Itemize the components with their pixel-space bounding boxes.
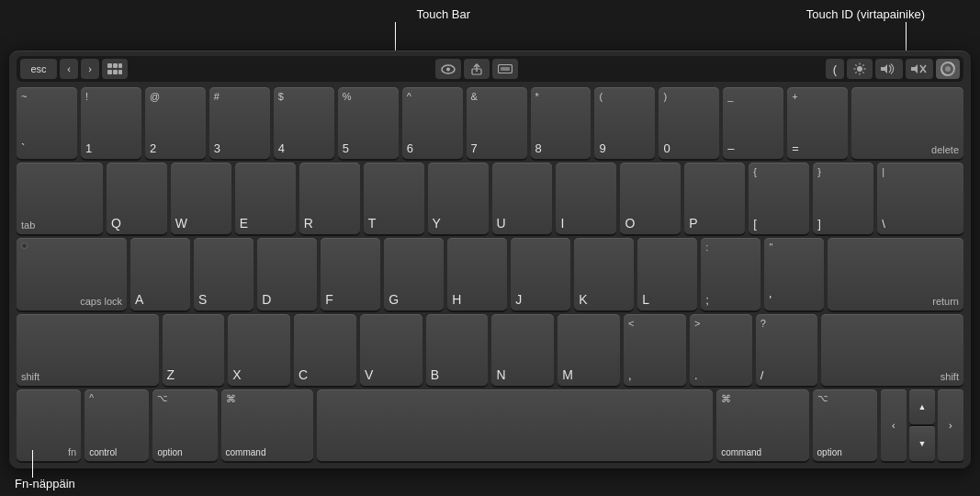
arrow-updown: ▲ ▼ [909,389,935,461]
svg-rect-3 [107,70,112,74]
key-t[interactable]: T [364,163,424,234]
tb-spacer2 [521,59,823,79]
tb-overlay[interactable] [492,59,518,79]
svg-marker-21 [881,64,887,73]
key-l[interactable]: L [637,238,697,310]
keyboard: esc ‹ › [9,51,971,468]
key-c[interactable]: C [294,314,356,386]
key-fn[interactable]: fn [17,389,81,461]
tb-brightness[interactable] [847,59,873,79]
key-y[interactable]: Y [428,163,489,234]
number-row: ~` !1 @2 #3 $4 %5 ^6 &7 *8 (9 )0 [17,87,963,159]
key-k[interactable]: K [574,238,634,310]
touch-bar: esc ‹ › [17,56,963,82]
key-j[interactable]: J [511,238,570,310]
key-rbracket[interactable]: }] [813,163,873,234]
tb-esc[interactable]: esc [20,59,57,79]
key-d[interactable]: D [257,238,317,310]
key-semicolon[interactable]: :; [701,238,760,310]
key-q[interactable]: Q [107,163,167,234]
key-command-right[interactable]: ⌘ command [716,389,808,461]
key-b[interactable]: B [426,314,489,386]
key-3[interactable]: #3 [209,87,270,159]
svg-line-19 [862,64,863,65]
key-1[interactable]: !1 [81,87,141,159]
key-arrow-right[interactable]: › [938,389,963,461]
key-m[interactable]: M [558,314,620,386]
asdf-row: caps lock A S D F G H J K L :; "' return [17,238,963,310]
key-control[interactable]: ^ control [84,389,149,461]
key-w[interactable]: W [171,163,231,234]
svg-rect-5 [118,70,122,74]
key-5[interactable]: %5 [338,87,399,159]
touchid-annotation: Touch ID (virtapainike) [806,7,925,21]
svg-line-18 [862,72,863,73]
svg-rect-2 [118,63,122,68]
key-u[interactable]: U [492,163,553,234]
key-r[interactable]: R [299,163,360,234]
key-backslash[interactable]: |\ [877,163,963,234]
key-space[interactable] [317,389,713,461]
tb-mission-control[interactable] [102,59,128,79]
key-2[interactable]: @2 [145,87,206,159]
key-shift-right[interactable]: shift [821,314,963,386]
key-minus[interactable]: _– [723,87,783,159]
key-comma[interactable]: <, [624,314,686,386]
key-n[interactable]: N [491,314,554,386]
tb-spacer [130,59,433,79]
key-9[interactable]: (9 [594,87,655,159]
key-slash[interactable]: ?/ [756,314,818,386]
tb-share[interactable] [464,59,490,79]
key-command-left[interactable]: ⌘ command [221,389,313,461]
key-caps-lock[interactable]: caps lock [17,238,127,310]
svg-marker-22 [911,64,918,73]
key-6[interactable]: ^6 [402,87,463,159]
key-shift-left[interactable]: shift [17,314,159,386]
key-tab[interactable]: tab [17,163,103,234]
key-o[interactable]: O [620,163,681,234]
key-delete[interactable]: delete [851,87,963,159]
key-4[interactable]: $4 [274,87,334,159]
key-arrow-down[interactable]: ▼ [909,426,935,461]
key-8[interactable]: *8 [531,87,591,159]
fn-annotation: Fn-näppäin [15,477,75,490]
bottom-row: fn ^ control ⌥ option ⌘ command ⌘ com [17,389,963,461]
key-g[interactable]: G [384,238,444,310]
fn-label: Fn-näppäin [15,477,75,490]
svg-rect-0 [107,63,112,68]
key-v[interactable]: V [360,314,422,386]
key-p[interactable]: P [684,163,745,234]
tb-siri-touchid[interactable] [936,59,960,79]
key-lbracket[interactable]: {[ [749,163,809,234]
tb-mute[interactable] [906,59,933,79]
svg-rect-11 [501,67,510,71]
key-z[interactable]: Z [163,314,225,386]
key-option-right[interactable]: ⌥ option [813,389,877,461]
touchbar-label: Touch Bar [417,7,471,21]
key-h[interactable]: H [447,238,507,310]
key-arrow-left[interactable]: ‹ [881,389,907,461]
key-i[interactable]: I [556,163,616,234]
key-quote[interactable]: "' [764,238,824,310]
key-x[interactable]: X [228,314,290,386]
tb-volume[interactable] [875,59,903,79]
tb-back[interactable]: ‹ [60,59,78,79]
key-return[interactable]: return [828,238,963,310]
key-e[interactable]: E [235,163,296,234]
key-equals[interactable]: += [787,87,848,159]
key-a[interactable]: A [130,238,190,310]
key-s[interactable]: S [194,238,253,310]
tb-brightness-paren[interactable]: ( [826,59,844,79]
tb-forward[interactable]: › [81,59,99,79]
key-option-left[interactable]: ⌥ option [152,389,217,461]
key-0[interactable]: )0 [659,87,719,159]
key-arrow-up[interactable]: ▲ [909,389,935,424]
tb-eye[interactable] [435,59,461,79]
arrow-cluster: ‹ ▲ ▼ › [881,389,963,461]
key-7[interactable]: &7 [467,87,527,159]
key-backtick[interactable]: ~` [17,87,77,159]
key-period[interactable]: >. [690,314,752,386]
svg-point-26 [945,66,951,72]
svg-point-7 [446,67,450,71]
key-f[interactable]: F [321,238,380,310]
